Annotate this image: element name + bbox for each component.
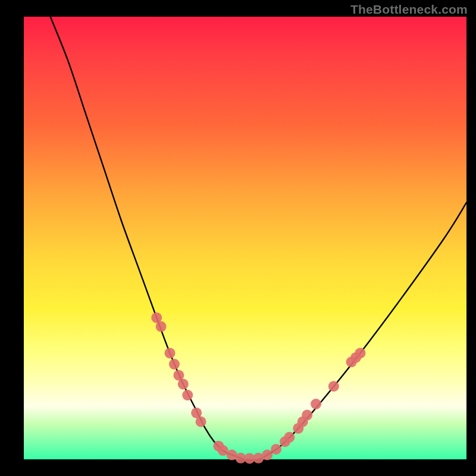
data-marker (182, 390, 193, 400)
chart-frame: TheBottleneck.com (0, 0, 476, 476)
data-marker (169, 359, 180, 369)
chart-svg (24, 17, 466, 459)
data-marker (271, 444, 281, 455)
data-marker (302, 410, 312, 421)
data-marker (196, 416, 206, 427)
data-marker (284, 432, 295, 443)
data-marker (355, 347, 365, 358)
data-marker (328, 381, 339, 392)
data-marker (165, 347, 176, 358)
data-marker (262, 450, 273, 461)
curve-group (51, 17, 466, 460)
plot-area (24, 17, 466, 459)
markers-group (151, 312, 365, 464)
watermark-text: TheBottleneck.com (350, 2, 468, 17)
data-marker (178, 379, 189, 390)
data-marker (156, 321, 167, 332)
bottleneck-curve (51, 17, 466, 460)
data-marker (311, 399, 321, 409)
